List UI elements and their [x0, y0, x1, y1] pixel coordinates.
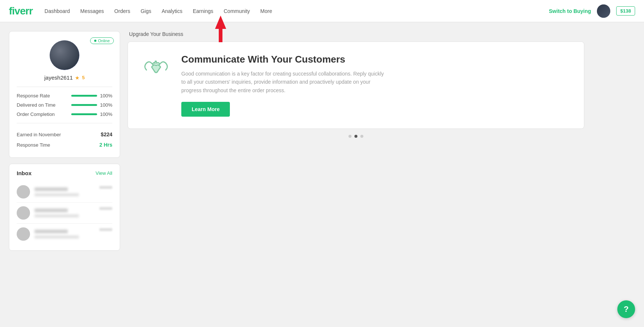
nav-links: Dashboard Messages Orders Gigs Analytics… — [44, 8, 549, 14]
stat-label-response: Response Rate — [17, 93, 50, 99]
inbox-avatar-1 — [17, 185, 30, 198]
inbox-preview-3 — [34, 236, 79, 238]
stat-delivered: Delivered on Time 100% — [17, 102, 112, 108]
stat-bar-delivered — [71, 104, 97, 106]
earned-value: $224 — [101, 131, 112, 137]
promo-desc: Good communication is a key factor for c… — [181, 70, 389, 94]
inbox-title: Inbox — [17, 170, 32, 176]
nav-analytics[interactable]: Analytics — [162, 8, 182, 14]
stat-bar-completion — [71, 113, 97, 115]
inbox-content-3 — [34, 230, 95, 238]
response-time-row: Response Time 2 Hrs — [17, 140, 112, 150]
switch-buying-link[interactable]: Switch to Buying — [549, 8, 591, 14]
earned-row: Earned in November $224 — [17, 129, 112, 140]
inbox-name-2 — [34, 208, 68, 212]
stat-pct-completion: 100% — [100, 111, 112, 117]
online-label: Online — [98, 39, 110, 43]
stat-bar-fill-response — [71, 95, 97, 97]
inbox-content-1 — [34, 187, 95, 196]
avatar-image — [597, 4, 610, 18]
inbox-item-3[interactable] — [17, 224, 112, 244]
stat-bar-fill-delivered — [71, 104, 97, 106]
carousel-dot-2[interactable] — [354, 135, 357, 138]
response-time-label: Response Time — [17, 142, 50, 148]
carousel-dot-3[interactable] — [360, 135, 363, 138]
online-dot-icon — [94, 40, 96, 42]
avatar-inner — [50, 40, 79, 70]
stat-bar-wrap-response: 100% — [71, 93, 112, 99]
stat-completion: Order Completion 100% — [17, 111, 112, 117]
profile-avatar[interactable] — [50, 40, 79, 70]
nav-gigs[interactable]: Gigs — [141, 8, 151, 14]
inbox-card: Inbox View All — [9, 164, 120, 251]
inbox-header: Inbox View All — [17, 170, 112, 176]
inbox-view-all-link[interactable]: View All — [96, 170, 112, 176]
navbar-right: Switch to Buying $138 — [549, 4, 635, 18]
stat-label-completion: Order Completion — [17, 111, 55, 117]
nav-earnings[interactable]: Earnings — [193, 8, 213, 14]
inbox-avatar-3 — [17, 227, 30, 241]
inbox-time-1 — [99, 186, 112, 189]
inbox-avatar-2 — [17, 206, 30, 220]
inbox-preview-1 — [34, 193, 79, 196]
inbox-preview-2 — [34, 214, 79, 217]
promo-card: Communicate With Your Customers Good com… — [128, 41, 584, 129]
carousel-dots — [128, 135, 584, 138]
inbox-time-3 — [99, 228, 112, 231]
divider-1 — [17, 87, 112, 87]
response-time-value: 2 Hrs — [99, 142, 112, 148]
navbar: fiverr Dashboard Messages Orders Gigs An… — [0, 0, 644, 22]
stat-response-rate: Response Rate 100% — [17, 93, 112, 99]
user-avatar[interactable] — [597, 4, 610, 18]
main-layout: Online jayesh2611 ★ 5 Response Rate — [0, 22, 593, 260]
inbox-name-1 — [34, 187, 68, 191]
rating-value: 5 — [82, 75, 85, 80]
upgrade-section-title: Upgrade Your Business — [128, 31, 584, 37]
stat-bar-wrap-completion: 100% — [71, 111, 112, 117]
nav-messages[interactable]: Messages — [80, 8, 104, 14]
nav-dashboard[interactable]: Dashboard — [44, 8, 70, 14]
star-icon: ★ — [75, 75, 80, 81]
help-button[interactable]: ? — [617, 300, 635, 318]
stat-pct-delivered: 100% — [100, 102, 112, 108]
promo-body: Communicate With Your Customers Good com… — [181, 54, 571, 117]
nav-more[interactable]: More — [260, 8, 272, 14]
inbox-item-2[interactable] — [17, 203, 112, 224]
nav-orders[interactable]: Orders — [114, 8, 130, 14]
inbox-time-2 — [99, 207, 112, 210]
stat-bar-wrap-delivered: 100% — [71, 102, 112, 108]
promo-title: Communicate With Your Customers — [181, 54, 571, 65]
profile-avatar-wrap — [17, 40, 112, 70]
handshake-icon — [141, 54, 171, 83]
profile-card: Online jayesh2611 ★ 5 Response Rate — [9, 31, 120, 158]
divider-2 — [17, 123, 112, 123]
earned-label: Earned in November — [17, 132, 61, 137]
inbox-item-1[interactable] — [17, 181, 112, 203]
stat-bar-fill-completion — [71, 113, 97, 115]
stat-bar-response — [71, 95, 97, 97]
balance-badge[interactable]: $138 — [616, 6, 635, 16]
username-text: jayesh2611 — [44, 74, 73, 81]
inbox-name-3 — [34, 230, 68, 233]
logo[interactable]: fiverr — [9, 5, 33, 17]
online-badge: Online — [90, 37, 114, 44]
stat-label-delivered: Delivered on Time — [17, 102, 56, 108]
inbox-content-2 — [34, 208, 95, 217]
learn-more-button[interactable]: Learn More — [181, 102, 230, 117]
carousel-dot-1[interactable] — [349, 135, 351, 138]
stat-pct-response: 100% — [100, 93, 112, 99]
profile-username: jayesh2611 ★ 5 — [17, 74, 112, 81]
left-sidebar: Online jayesh2611 ★ 5 Response Rate — [9, 31, 120, 251]
right-content: Upgrade Your Business — [128, 31, 584, 251]
nav-community[interactable]: Community — [224, 8, 250, 14]
